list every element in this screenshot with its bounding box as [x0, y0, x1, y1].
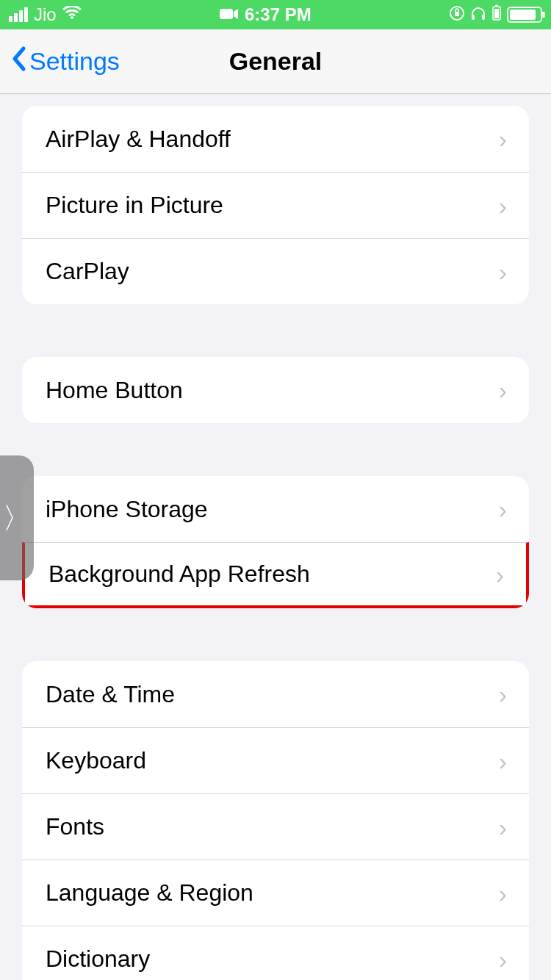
- carrier-label: Jio: [34, 4, 57, 25]
- row-language-region[interactable]: Language & Region ›: [22, 860, 529, 926]
- orientation-lock-icon: [450, 4, 464, 25]
- chevron-right-icon: ›: [499, 193, 507, 218]
- row-background-app-refresh[interactable]: Background App Refresh ›: [22, 542, 529, 608]
- row-label: Language & Region: [46, 879, 499, 907]
- row-label: AirPlay & Handoff: [46, 126, 499, 153]
- row-label: CarPlay: [46, 258, 499, 285]
- chevron-right-icon: 〉: [2, 498, 32, 538]
- chevron-right-icon: ›: [499, 749, 507, 774]
- chevron-right-icon: ›: [499, 497, 507, 522]
- settings-content: AirPlay & Handoff › Picture in Picture ›…: [0, 94, 551, 980]
- signal-bars-icon: [9, 7, 28, 22]
- row-carplay[interactable]: CarPlay ›: [22, 238, 529, 304]
- chevron-right-icon: ›: [499, 126, 507, 151]
- svg-rect-3: [472, 15, 475, 20]
- row-label: Picture in Picture: [46, 192, 499, 219]
- svg-rect-0: [220, 9, 233, 19]
- nav-bar: Settings General: [0, 29, 551, 94]
- battery-icon: [507, 7, 542, 23]
- row-home-button[interactable]: Home Button ›: [22, 357, 529, 423]
- row-label: Background App Refresh: [48, 561, 496, 588]
- svg-rect-4: [482, 15, 485, 20]
- row-label: Fonts: [46, 813, 499, 840]
- wifi-icon: [62, 4, 82, 25]
- row-picture-in-picture[interactable]: Picture in Picture ›: [22, 172, 529, 238]
- row-label: Dictionary: [46, 945, 499, 973]
- chevron-right-icon: ›: [499, 259, 507, 284]
- svg-rect-2: [455, 12, 459, 16]
- row-label: Keyboard: [46, 747, 499, 774]
- chevron-right-icon: ›: [499, 378, 507, 403]
- row-date-time[interactable]: Date & Time ›: [22, 661, 529, 727]
- battery-portrait-icon: [492, 4, 501, 25]
- row-airplay-handoff[interactable]: AirPlay & Handoff ›: [22, 106, 529, 172]
- chevron-right-icon: ›: [499, 881, 507, 906]
- svg-rect-7: [494, 9, 499, 18]
- row-iphone-storage[interactable]: iPhone Storage ›: [22, 476, 529, 542]
- clock-time: 6:37 PM: [245, 4, 311, 25]
- chevron-right-icon: ›: [499, 815, 507, 840]
- settings-group: iPhone Storage › Background App Refresh …: [22, 476, 529, 608]
- svg-rect-6: [495, 5, 498, 7]
- chevron-left-icon: [10, 46, 26, 78]
- status-bar: Jio 6:37 PM: [0, 0, 551, 29]
- row-label: iPhone Storage: [46, 496, 499, 523]
- chevron-right-icon: ›: [499, 682, 507, 707]
- chevron-right-icon: ›: [499, 947, 507, 972]
- side-drawer-handle[interactable]: 〉: [0, 455, 34, 580]
- settings-group: Date & Time › Keyboard › Fonts › Languag…: [22, 661, 529, 980]
- row-dictionary[interactable]: Dictionary ›: [22, 926, 529, 980]
- row-label: Date & Time: [46, 681, 499, 708]
- chevron-right-icon: ›: [496, 562, 504, 587]
- settings-group: AirPlay & Handoff › Picture in Picture ›…: [22, 106, 529, 304]
- row-keyboard[interactable]: Keyboard ›: [22, 727, 529, 793]
- row-label: Home Button: [46, 377, 499, 404]
- back-button[interactable]: Settings: [0, 46, 120, 78]
- camera-icon: [220, 4, 239, 25]
- settings-group: Home Button ›: [22, 357, 529, 423]
- back-label: Settings: [29, 47, 120, 76]
- headphones-icon: [470, 4, 486, 25]
- row-fonts[interactable]: Fonts ›: [22, 793, 529, 860]
